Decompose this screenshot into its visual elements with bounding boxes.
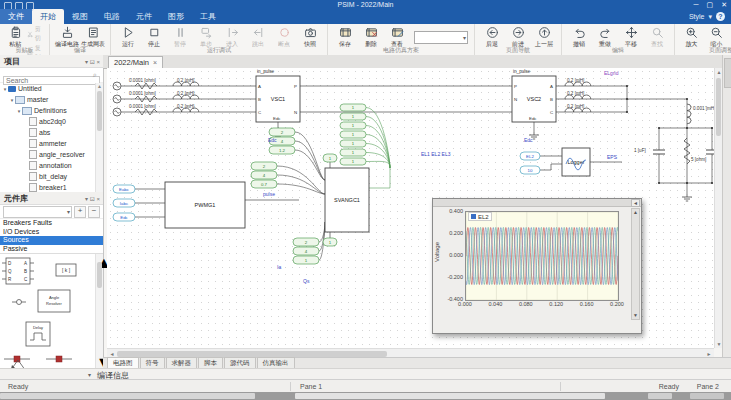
- help-icon[interactable]: ?: [716, 12, 725, 21]
- tree-item-annotation[interactable]: annotation: [0, 160, 103, 171]
- value-label: 0.001 [mH]: [693, 106, 714, 111]
- library-component-delay-4[interactable]: Delay: [26, 322, 50, 346]
- library-preview-scrollbar[interactable]: ▲ ▼: [95, 254, 103, 372]
- simulation-scheme-combo[interactable]: ▾: [414, 31, 468, 44]
- block-VSC1[interactable]: VSC1ABCPNEdc: [256, 76, 300, 122]
- style-label: Style: [689, 13, 705, 20]
- ribbon-toolbar: 粘贴剪切复制删除剪贴板编译电路生成网表编译运行停止暂停单步进入跳出断点快照运行调…: [0, 24, 731, 56]
- library-category-Passive[interactable]: Passive: [0, 245, 103, 254]
- menu-item-4[interactable]: 元件: [128, 9, 160, 24]
- library-component-fuse-6[interactable]: [46, 356, 72, 362]
- panel-header-buttons[interactable]: ▾ ⊡ ×: [85, 195, 103, 202]
- library-component-probe-2[interactable]: [12, 300, 26, 305]
- plot-ytick: 0.400: [441, 208, 463, 214]
- pill-label-1-14[interactable]: 1: [323, 154, 337, 162]
- plot-legend: EL2: [468, 212, 492, 221]
- plot-area[interactable]: [465, 211, 619, 301]
- library-component-resolver-3[interactable]: AngleResolver: [38, 290, 70, 312]
- plot-vertical-scrollbar[interactable]: ▲ ▼: [631, 208, 640, 320]
- close-button[interactable]: ✕: [721, 0, 727, 10]
- pill-label-2-5[interactable]: 2: [269, 128, 295, 136]
- menu-item-5[interactable]: 图形: [160, 9, 192, 24]
- library-remove-button[interactable]: −: [88, 206, 100, 218]
- pill-label-EL2-3[interactable]: EL2: [520, 152, 540, 160]
- tree-item-master[interactable]: ▾master: [0, 94, 103, 105]
- svg-text:Angle: Angle: [49, 295, 60, 300]
- panel-header-buttons[interactable]: ▾ ⊡ ×: [85, 58, 103, 65]
- node-label: ELgrid: [604, 70, 619, 76]
- pill-label-1.2-7[interactable]: 1.2: [269, 146, 295, 154]
- value-label: 0.0001 [ohm]: [129, 104, 156, 109]
- item-icon: [29, 117, 37, 126]
- library-component-gain-1[interactable]: [ k ]: [56, 264, 76, 276]
- svg-text:Iabc: Iabc: [120, 201, 129, 206]
- node-label: Ia: [277, 264, 281, 270]
- pill-label-4-12[interactable]: 4: [293, 247, 319, 255]
- ribbon-small-剪切[interactable]: 剪切: [27, 25, 45, 43]
- pill-label-2-8[interactable]: 2: [251, 162, 277, 170]
- pill-label-Edc-2[interactable]: Edc: [113, 213, 135, 221]
- bottom-edge-strip: [0, 392, 731, 400]
- waveform-plot-window[interactable]: ◄ Voltage EL2 0.4000.2000.000-0.200-0.40…: [432, 198, 642, 334]
- plot-xtick: 0.080: [514, 301, 538, 307]
- pill-label-10-4[interactable]: 10: [520, 166, 540, 174]
- menu-item-2[interactable]: 视图: [64, 9, 96, 24]
- library-component-flipflop-0[interactable]: DQRABC: [2, 258, 34, 284]
- pill-label-4-9[interactable]: 4: [251, 171, 277, 179]
- style-selector[interactable]: Style ▾ ?: [689, 12, 725, 21]
- document-tab[interactable]: 2022/Main ×: [108, 56, 163, 68]
- tree-item-Definitions[interactable]: ▾Definitions: [0, 105, 103, 116]
- menu-item-0[interactable]: 文件: [0, 9, 32, 24]
- library-category-Sources[interactable]: Sources: [0, 236, 103, 245]
- library-category-I/O Devices[interactable]: I/O Devices: [0, 228, 103, 237]
- library-filter-combo[interactable]: ▾: [3, 206, 72, 218]
- tree-item-label: bit_delay: [39, 173, 67, 180]
- tree-item-label: breaker1: [39, 184, 67, 191]
- block-Logger[interactable]: Logger: [562, 148, 590, 176]
- svg-text:10: 10: [528, 168, 533, 173]
- tree-item-breaker1[interactable]: breaker1: [0, 182, 103, 192]
- plot-top-scrollbar[interactable]: ◄: [433, 199, 641, 207]
- tree-item-label: abs: [39, 129, 50, 136]
- block-SVANGC1[interactable]: SVANGC1: [325, 168, 369, 232]
- block-PWMG1[interactable]: PWMG1: [165, 182, 245, 228]
- tree-item-angle_resolver[interactable]: angle_resolver: [0, 149, 103, 160]
- pill-label-1-15[interactable]: 1: [323, 238, 337, 246]
- status-pane-right: Pane 2: [697, 383, 719, 390]
- pill-label-Iabc-1[interactable]: Iabc: [113, 199, 135, 207]
- menu-item-6[interactable]: 工具: [192, 9, 224, 24]
- tree-item-abc2dq0[interactable]: abc2dq0: [0, 116, 103, 127]
- tab-close-icon[interactable]: ×: [153, 59, 157, 66]
- document-tab-strip: 2022/Main ×: [103, 55, 722, 69]
- pill-label-2-11[interactable]: 2: [293, 238, 319, 246]
- tree-item-ammeter[interactable]: ammeter: [0, 138, 103, 149]
- svg-text:C: C: [550, 110, 553, 115]
- menu-item-1[interactable]: 开始: [32, 9, 64, 24]
- tree-item-bit_delay[interactable]: bit_delay: [0, 171, 103, 182]
- plot-scroll-down-icon[interactable]: ▼: [632, 312, 639, 319]
- library-category-Breakers Faults[interactable]: Breakers Faults: [0, 219, 103, 228]
- tree-item-abs[interactable]: abs: [0, 127, 103, 138]
- collapsed-panel-tab[interactable]: [724, 58, 731, 88]
- project-tree-scrollbar[interactable]: ▲: [95, 83, 103, 192]
- ribbon-group-3: 保存删除查看▾电路仿真方案: [328, 24, 475, 55]
- svg-text:Edc: Edc: [273, 116, 281, 121]
- search-icon: ⌕: [93, 71, 97, 79]
- plot-scroll-left-icon[interactable]: ◄: [631, 199, 640, 207]
- block-VSC2[interactable]: VSC2PNABCEdc: [512, 76, 556, 122]
- library-preview-canvas[interactable]: DQRABC[ k ]AngleResolverDelay: [0, 254, 95, 372]
- svg-text:Delay: Delay: [33, 325, 43, 330]
- svg-text:A: A: [550, 84, 553, 89]
- pill-label-0.7-10[interactable]: 0.7: [251, 180, 277, 188]
- menu-item-3[interactable]: 电路: [96, 9, 128, 24]
- pill-label-Eabc-0[interactable]: Eabc: [113, 185, 135, 193]
- maximize-button[interactable]: ▢: [707, 0, 714, 10]
- collapse-caret-icon[interactable]: ▾: [88, 371, 91, 378]
- pill-label-1-13[interactable]: 1: [293, 256, 319, 264]
- library-add-button[interactable]: +: [74, 206, 86, 218]
- tree-item-label: annotation: [39, 162, 72, 169]
- plot-scroll-up-icon[interactable]: ▲: [632, 209, 639, 216]
- tree-item-Untitled[interactable]: ▾Untitled: [0, 83, 103, 94]
- ribbon-group-6: 放大缩小100%▾查看全部框内放大页面调整: [675, 24, 731, 55]
- minimize-button[interactable]: ─: [694, 0, 699, 10]
